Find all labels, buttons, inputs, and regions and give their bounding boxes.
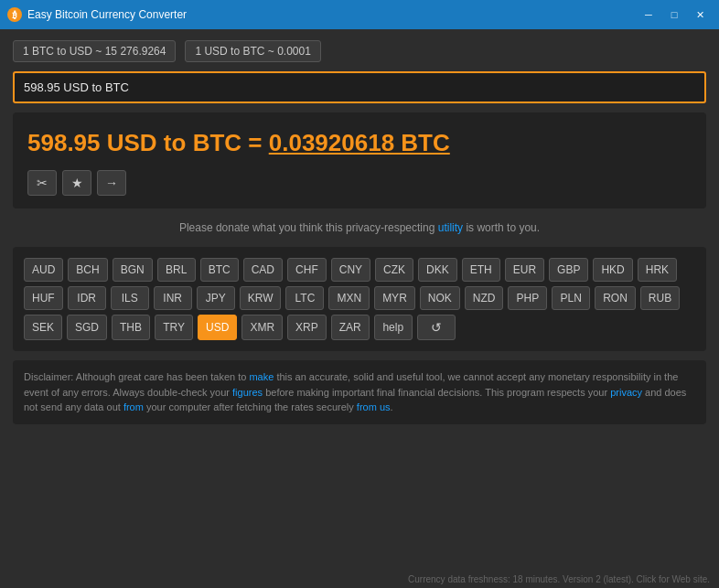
- currency-btn-sek[interactable]: SEK: [24, 315, 62, 340]
- currency-btn-nzd[interactable]: NZD: [465, 286, 504, 310]
- currency-btn-xrp[interactable]: XRP: [287, 315, 327, 340]
- minimize-button[interactable]: ─: [637, 5, 660, 24]
- currency-btn-try[interactable]: TRY: [155, 315, 193, 340]
- utility-link[interactable]: utility: [438, 221, 463, 234]
- currency-section: AUDBCHBGNBRLBTCCADCHFCNYCZKDKKETHEURGBPH…: [13, 247, 706, 351]
- donate-text: Please donate what you think this privac…: [13, 218, 706, 238]
- currency-btn-czk[interactable]: CZK: [375, 258, 413, 282]
- currency-btn-thb[interactable]: THB: [112, 315, 150, 340]
- footer[interactable]: Currency data freshness: 18 minutes. Ver…: [0, 571, 719, 588]
- currency-btn-xmr[interactable]: XMR: [241, 315, 283, 340]
- rate-pills: 1 BTC to USD ~ 15 276.9264 1 USD to BTC …: [13, 40, 706, 62]
- make-link[interactable]: make: [249, 371, 274, 382]
- currency-btn-brl[interactable]: BRL: [157, 258, 196, 282]
- action-buttons: ✂ ★ →: [27, 170, 692, 196]
- currency-btn-inr[interactable]: INR: [154, 286, 192, 310]
- currency-btn-dkk[interactable]: DKK: [418, 258, 457, 282]
- currency-btn-usd[interactable]: USD: [198, 315, 237, 340]
- currency-btn-huf[interactable]: HUF: [24, 286, 63, 310]
- currency-btn-hkd[interactable]: HKD: [593, 258, 632, 282]
- currency-btn-help[interactable]: help: [374, 315, 413, 340]
- currency-btn-eth[interactable]: ETH: [462, 258, 500, 282]
- currency-btn-ils[interactable]: ILS: [111, 286, 149, 310]
- main-content: 1 BTC to USD ~ 15 276.9264 1 USD to BTC …: [0, 29, 719, 435]
- currency-btn-mxn[interactable]: MXN: [328, 286, 370, 310]
- footer-text: Currency data freshness: 18 minutes. Ver…: [408, 574, 710, 584]
- currency-btn-rub[interactable]: RUB: [640, 286, 680, 310]
- rate-pill-usd-btc: 1 USD to BTC ~ 0.0001: [185, 40, 320, 62]
- currency-btn-zar[interactable]: ZAR: [331, 315, 370, 340]
- currency-btn-nok[interactable]: NOK: [420, 286, 460, 310]
- currency-btn-krw[interactable]: KRW: [240, 286, 282, 310]
- result-equals: =: [248, 129, 268, 156]
- currency-btn-ltc[interactable]: LTC: [285, 286, 324, 310]
- favorite-button[interactable]: ★: [62, 170, 91, 196]
- us-link2[interactable]: us: [380, 401, 391, 412]
- currency-btn-jpy[interactable]: JPY: [197, 286, 235, 310]
- currency-btn-↺[interactable]: ↺: [417, 315, 456, 340]
- currency-grid: AUDBCHBGNBRLBTCCADCHFCNYCZKDKKETHEURGBPH…: [24, 258, 695, 340]
- titlebar-controls: ─ □ ✕: [637, 5, 712, 24]
- maximize-button[interactable]: □: [662, 5, 686, 24]
- result-output-part: 0.03920618 BTC: [269, 129, 450, 156]
- app-title: Easy Bitcoin Currency Converter: [27, 8, 187, 21]
- cut-button[interactable]: ✂: [27, 170, 57, 196]
- app-icon: ₿: [7, 7, 22, 22]
- from-link[interactable]: from: [123, 401, 144, 412]
- currency-btn-cny[interactable]: CNY: [331, 258, 370, 282]
- currency-btn-idr[interactable]: IDR: [68, 286, 106, 310]
- currency-btn-gbp[interactable]: GBP: [549, 258, 588, 282]
- close-button[interactable]: ✕: [688, 5, 712, 24]
- currency-btn-ron[interactable]: RON: [595, 286, 636, 310]
- converter-input[interactable]: [13, 71, 706, 103]
- rate-pill-btc-usd: 1 BTC to USD ~ 15 276.9264: [13, 40, 176, 62]
- currency-btn-btc[interactable]: BTC: [200, 258, 239, 282]
- result-display: 598.95 USD to BTC = 0.03920618 BTC: [27, 129, 692, 157]
- currency-btn-cad[interactable]: CAD: [243, 258, 283, 282]
- privacy-link[interactable]: privacy: [610, 387, 642, 398]
- currency-btn-bgn[interactable]: BGN: [113, 258, 153, 282]
- result-area: 598.95 USD to BTC = 0.03920618 BTC ✂ ★ →: [13, 112, 706, 208]
- currency-btn-eur[interactable]: EUR: [505, 258, 544, 282]
- result-input-part: 598.95 USD to BTC: [27, 129, 241, 156]
- convert-direction-button[interactable]: →: [97, 170, 126, 196]
- figures-link[interactable]: figures: [232, 387, 263, 398]
- us-link[interactable]: from: [357, 401, 377, 412]
- currency-btn-aud[interactable]: AUD: [24, 258, 63, 282]
- disclaimer: Disclaimer: Although great care has been…: [13, 360, 706, 424]
- titlebar: ₿ Easy Bitcoin Currency Converter ─ □ ✕: [0, 0, 719, 29]
- currency-btn-pln[interactable]: PLN: [552, 286, 590, 310]
- currency-btn-sgd[interactable]: SGD: [67, 315, 107, 340]
- currency-btn-php[interactable]: PHP: [508, 286, 547, 310]
- currency-btn-myr[interactable]: MYR: [374, 286, 415, 310]
- currency-btn-bch[interactable]: BCH: [68, 258, 107, 282]
- titlebar-left: ₿ Easy Bitcoin Currency Converter: [7, 7, 187, 22]
- currency-btn-hrk[interactable]: HRK: [638, 258, 677, 282]
- currency-btn-chf[interactable]: CHF: [287, 258, 327, 282]
